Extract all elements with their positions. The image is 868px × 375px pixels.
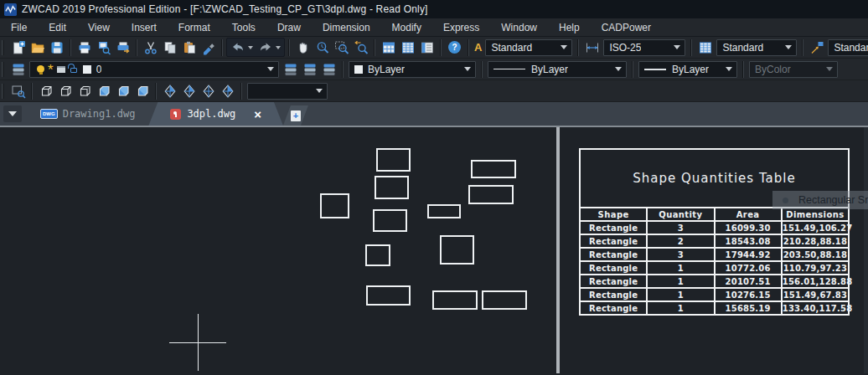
view-control-combo[interactable] bbox=[247, 83, 328, 100]
visual-style-2d-wireframe-button[interactable] bbox=[36, 81, 55, 100]
mleader-style-icon bbox=[809, 40, 824, 55]
tab-label-drawing1: Drawing1.dwg bbox=[63, 108, 136, 120]
cad-table-header-cell: Area bbox=[715, 208, 782, 221]
sheet-list-button[interactable] bbox=[417, 38, 437, 57]
text-style-combo[interactable]: Standard bbox=[485, 39, 572, 56]
iso-view-nw-button[interactable] bbox=[218, 81, 237, 100]
iso-view-sw-button[interactable] bbox=[160, 81, 179, 100]
visual-style-realistic-button[interactable] bbox=[94, 81, 113, 100]
cad-rectangle[interactable] bbox=[373, 209, 407, 232]
visual-style-shaded-button[interactable] bbox=[132, 81, 152, 100]
copy-button[interactable] bbox=[160, 38, 179, 57]
layer-previous-button[interactable] bbox=[300, 59, 319, 79]
tab-3dpl-active[interactable]: 3dpl.dwg × bbox=[148, 102, 283, 126]
cad-rectangle[interactable] bbox=[427, 204, 461, 218]
visual-style-wireframe-button[interactable] bbox=[55, 81, 75, 100]
drawing-canvas[interactable] bbox=[0, 127, 556, 373]
undo-dropdown-arrow[interactable] bbox=[248, 46, 253, 49]
toolbar-separator bbox=[221, 39, 223, 56]
layer-states-button[interactable] bbox=[319, 59, 338, 79]
menu-item-express[interactable]: Express bbox=[432, 18, 490, 36]
table-pane[interactable]: Shape Quantities Table ShapeQuantityArea… bbox=[560, 127, 868, 373]
menu-item-draw[interactable]: Draw bbox=[266, 18, 312, 36]
menu-item-edit[interactable]: Edit bbox=[38, 18, 77, 36]
paste-button[interactable] bbox=[179, 38, 199, 57]
menu-item-dimension[interactable]: Dimension bbox=[312, 18, 381, 36]
cad-rectangle[interactable] bbox=[482, 290, 527, 310]
menu-item-window[interactable]: Window bbox=[490, 18, 548, 36]
toolbar-grip[interactable] bbox=[2, 40, 6, 55]
new-file-button[interactable] bbox=[8, 38, 28, 57]
match-properties-button[interactable] bbox=[199, 38, 218, 57]
dim-style-combo[interactable]: ISO-25 bbox=[603, 39, 685, 56]
new-tab-button[interactable]: + bbox=[283, 105, 308, 126]
zoom-realtime-button[interactable] bbox=[313, 38, 332, 57]
open-file-button[interactable] bbox=[28, 38, 47, 57]
cad-rectangle[interactable] bbox=[366, 285, 411, 306]
dim-style-button[interactable] bbox=[582, 38, 602, 57]
help-button[interactable]: ? bbox=[445, 38, 464, 57]
pan-button[interactable] bbox=[293, 38, 313, 57]
toolbar-grip[interactable] bbox=[2, 84, 6, 99]
cut-button[interactable] bbox=[141, 38, 160, 57]
cad-rectangle[interactable] bbox=[471, 160, 516, 178]
zoom-window-button[interactable] bbox=[332, 38, 351, 57]
cad-table-cell: 151.49,67.83 bbox=[782, 288, 849, 301]
menu-item-modify[interactable]: Modify bbox=[381, 18, 432, 36]
save-button[interactable] bbox=[47, 38, 66, 57]
cad-rectangle[interactable] bbox=[468, 185, 514, 204]
iso-view-se-button[interactable] bbox=[179, 81, 199, 100]
cad-table-cell: Rectangle bbox=[580, 221, 647, 234]
cad-table-row: Rectangle316099.30151.49,106.27 bbox=[580, 221, 849, 234]
menu-item-cadpower[interactable]: CADPower bbox=[591, 18, 662, 36]
plot-button[interactable] bbox=[113, 38, 132, 57]
table-style-combo[interactable]: Standard bbox=[716, 39, 797, 56]
menu-item-file[interactable]: File bbox=[0, 18, 38, 36]
cad-rectangle[interactable] bbox=[375, 176, 409, 199]
menu-item-format[interactable]: Format bbox=[168, 18, 221, 36]
mleader-style-button[interactable] bbox=[807, 38, 826, 57]
tab-list-dropdown-button[interactable] bbox=[3, 105, 22, 122]
iso-view-ne-button[interactable] bbox=[199, 81, 218, 100]
cad-table-cell: Rectangle bbox=[580, 301, 647, 315]
make-current-button[interactable] bbox=[281, 59, 300, 79]
visual-style-conceptual-button[interactable] bbox=[113, 81, 132, 100]
print-preview-button[interactable] bbox=[94, 38, 113, 57]
chevron-down-icon bbox=[826, 67, 833, 71]
cut-icon bbox=[143, 40, 158, 55]
redo-dropdown-arrow[interactable] bbox=[276, 46, 281, 49]
cad-rectangle[interactable] bbox=[440, 235, 474, 265]
menu-item-help[interactable]: Help bbox=[548, 18, 591, 36]
cad-rectangle[interactable] bbox=[376, 148, 411, 172]
toolbar-grip[interactable] bbox=[2, 62, 6, 77]
menu-item-view[interactable]: View bbox=[77, 18, 121, 36]
undo-button[interactable] bbox=[228, 38, 247, 57]
print-button[interactable] bbox=[75, 38, 94, 57]
redo-button[interactable] bbox=[256, 38, 275, 57]
cad-rectangle[interactable] bbox=[365, 244, 390, 266]
visual-style-hidden-button[interactable] bbox=[75, 81, 94, 100]
layer-properties-button[interactable] bbox=[8, 59, 28, 79]
cad-rectangle[interactable] bbox=[320, 193, 349, 218]
named-views-button[interactable] bbox=[8, 81, 28, 100]
color-combo[interactable]: ByLayer bbox=[349, 61, 476, 78]
cad-table-cell: 10772.06 bbox=[715, 261, 782, 275]
lineweight-combo[interactable]: ByLayer bbox=[638, 61, 737, 78]
zoom-previous-button[interactable] bbox=[351, 38, 370, 57]
mleader-style-combo[interactable]: Standard bbox=[828, 39, 868, 56]
linetype-combo[interactable]: ByLayer bbox=[488, 61, 627, 78]
cad-table-cell: Rectangle bbox=[580, 248, 647, 261]
menu-item-tools[interactable]: Tools bbox=[221, 18, 266, 36]
table-style-select-button[interactable] bbox=[695, 38, 715, 57]
table-style-button[interactable] bbox=[398, 38, 417, 57]
tab-drawing1[interactable]: DWG Drawing1.dwg bbox=[27, 102, 148, 126]
menu-item-insert[interactable]: Insert bbox=[121, 18, 168, 36]
tab-close-button[interactable]: × bbox=[254, 107, 261, 121]
cad-table[interactable]: Shape Quantities Table ShapeQuantityArea… bbox=[579, 148, 850, 316]
toolbar-separator bbox=[288, 39, 290, 56]
table-button[interactable] bbox=[379, 38, 398, 57]
layer-combo[interactable]: * 0 bbox=[29, 61, 279, 78]
toolbar-layers-properties: * 0 ByLayer ByLayer ByLayer ByColor bbox=[0, 59, 868, 80]
cad-rectangle[interactable] bbox=[432, 290, 478, 310]
cad-table-header-row: ShapeQuantityAreaDimensions bbox=[580, 208, 849, 221]
